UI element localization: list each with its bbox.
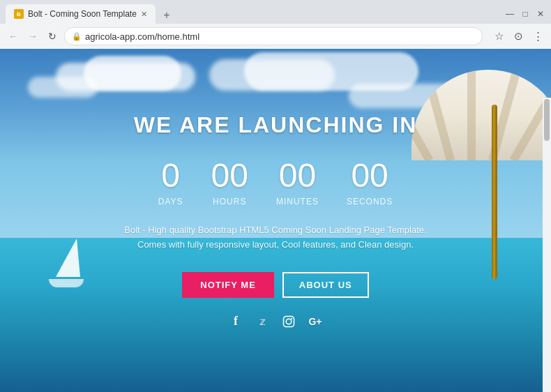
hours-label: Hours — [213, 197, 246, 206]
scrollbar-thumb[interactable] — [544, 99, 550, 141]
main-content: WE ARE LAUNCHING IN 0 Days 00 Hours 00 M… — [0, 49, 551, 392]
minutes-label: Minutes — [276, 197, 319, 206]
countdown-days: 0 Days — [158, 159, 183, 206]
svg-rect-0 — [284, 316, 294, 326]
tab-favicon: B — [14, 9, 24, 19]
tab-close-button[interactable]: ✕ — [141, 10, 147, 19]
forward-button[interactable]: → — [25, 29, 40, 44]
twitter-icon[interactable]: 𝕫 — [255, 315, 269, 329]
url-text: agricola-app.com/home.html — [85, 31, 199, 42]
countdown-hours: 00 Hours — [211, 159, 248, 206]
about-us-button[interactable]: ABOUT US — [282, 272, 369, 298]
instagram-icon[interactable] — [282, 315, 296, 329]
lock-icon: 🔒 — [72, 32, 82, 41]
action-buttons: NOTIFY ME ABOUT US — [182, 272, 368, 298]
svg-point-2 — [291, 318, 292, 319]
description: Bolt - High quality Bootstrap HTML5 Comi… — [124, 223, 426, 252]
days-label: Days — [158, 197, 183, 206]
address-bar[interactable]: 🔒 agricola-app.com/home.html — [64, 27, 483, 45]
minutes-value: 00 — [279, 159, 316, 193]
profile-button[interactable]: ⊙ — [511, 29, 526, 44]
svg-point-1 — [286, 319, 292, 324]
notify-me-button[interactable]: NOTIFY ME — [182, 272, 274, 298]
new-tab-button[interactable]: + — [158, 7, 175, 24]
tab-bar: B Bolt - Coming Soon Template ✕ + — [6, 4, 499, 24]
description-line1: Bolt - High quality Bootstrap HTML5 Comi… — [124, 225, 426, 235]
title-bar: B Bolt - Coming Soon Template ✕ + — □ ✕ — [0, 0, 551, 24]
countdown-minutes: 00 Minutes — [276, 159, 319, 206]
hours-value: 00 — [211, 159, 248, 193]
facebook-icon[interactable]: f — [229, 315, 243, 329]
back-button[interactable]: ← — [6, 29, 21, 44]
toolbar-icons: ☆ ⊙ ⋮ — [491, 29, 545, 44]
window-controls: — □ ✕ — [505, 9, 545, 19]
maximize-button[interactable]: □ — [520, 9, 530, 19]
close-button[interactable]: ✕ — [536, 9, 545, 19]
countdown: 0 Days 00 Hours 00 Minutes 00 Seconds — [158, 159, 393, 206]
browser-chrome: B Bolt - Coming Soon Template ✕ + — □ ✕ … — [0, 0, 551, 49]
active-tab[interactable]: B Bolt - Coming Soon Template ✕ — [6, 4, 156, 24]
minimize-button[interactable]: — — [505, 9, 515, 19]
tab-title: Bolt - Coming Soon Template — [28, 9, 137, 19]
google-plus-icon[interactable]: G+ — [308, 315, 322, 329]
seconds-label: Seconds — [347, 197, 393, 206]
scrollbar[interactable] — [543, 98, 551, 392]
menu-button[interactable]: ⋮ — [530, 29, 545, 44]
reload-button[interactable]: ↻ — [45, 29, 60, 44]
address-bar-row: ← → ↻ 🔒 agricola-app.com/home.html ☆ ⊙ ⋮ — [0, 24, 551, 49]
description-line2: Comes with fully responsive layout, Cool… — [137, 239, 414, 250]
countdown-seconds: 00 Seconds — [347, 159, 393, 206]
days-value: 0 — [161, 159, 180, 193]
headline: WE ARE LAUNCHING IN — [134, 112, 418, 138]
seconds-value: 00 — [351, 159, 388, 193]
social-icons: f 𝕫 G+ — [229, 315, 322, 329]
bookmark-button[interactable]: ☆ — [491, 29, 506, 44]
website-content: WE ARE LAUNCHING IN 0 Days 00 Hours 00 M… — [0, 49, 551, 392]
